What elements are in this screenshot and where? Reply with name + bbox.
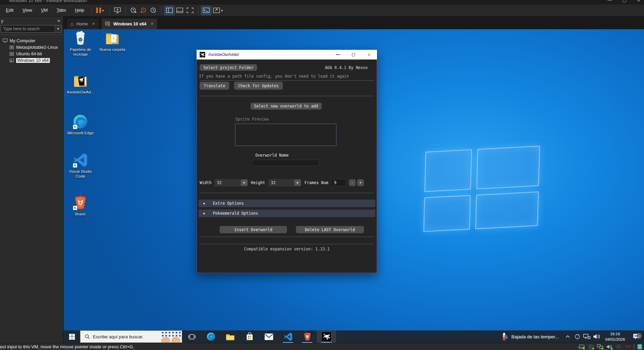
- tree-item-label[interactable]: Metasploitable2-Linux: [16, 45, 58, 50]
- send-ctrl-alt-del-button[interactable]: [112, 6, 123, 15]
- tab-home-close-icon[interactable]: ✕: [90, 22, 95, 26]
- edge-icon: [207, 332, 215, 341]
- search-braille-hands-image: [160, 331, 182, 342]
- delete-last-overworld-button[interactable]: Delete LAST Overworld: [296, 226, 364, 233]
- status-network-icon[interactable]: [597, 344, 603, 349]
- pause-vm-button[interactable]: ▾: [95, 6, 107, 15]
- tab-home[interactable]: ⌂ Home ✕: [67, 19, 99, 29]
- taskbar-search-box[interactable]: Escribe aquí para buscar.: [80, 330, 182, 343]
- taskbar-edge-button[interactable]: [201, 330, 221, 343]
- app-axolotl-icon: [200, 52, 205, 57]
- status-usb-icon[interactable]: [615, 344, 622, 349]
- revert-snapshot-button[interactable]: [138, 6, 148, 15]
- select-project-folder-button[interactable]: Select project Folder: [200, 64, 257, 71]
- taskbar-brave-button[interactable]: [298, 330, 317, 343]
- axolote-folder-icon: [73, 74, 88, 88]
- taskbar-mail-button[interactable]: [259, 330, 278, 343]
- library-search-dropdown-icon[interactable]: ▼: [55, 25, 61, 32]
- desktop-icon-recycle-bin[interactable]: ♻ Papelera de reciclaje: [65, 30, 96, 57]
- vmware-minimize-button[interactable]: —: [608, 0, 612, 3]
- start-button[interactable]: [64, 330, 80, 343]
- select-new-overworld-button[interactable]: Select new overworld to add: [251, 103, 322, 110]
- vmware-maximize-button[interactable]: ▢: [622, 0, 626, 3]
- tree-item-metasploitable[interactable]: Metasploitable2-Linux: [0, 44, 63, 50]
- desktop-icon-vscode[interactable]: Visual Studio Code: [65, 152, 96, 179]
- library-close-button[interactable]: ✕: [57, 19, 60, 23]
- pause-dropdown-icon[interactable]: ▾: [101, 9, 105, 12]
- fullscreen-button[interactable]: [185, 6, 195, 15]
- extra-options-expander[interactable]: ▶ Extra Options: [199, 200, 375, 207]
- app-maximize-button[interactable]: [345, 50, 361, 59]
- tray-volume-icon[interactable]: [592, 334, 601, 340]
- desktop-icon-edge[interactable]: Microsoft Edge: [65, 114, 96, 135]
- insert-overworld-button[interactable]: Insert Overworld: [220, 226, 287, 233]
- taskbar-explorer-button[interactable]: [221, 330, 240, 343]
- menu-edit[interactable]: Edit: [1, 4, 18, 16]
- check-updates-button[interactable]: Check for Updates: [234, 82, 283, 90]
- frames-decrement-button[interactable]: -: [349, 179, 356, 186]
- tab-windows10-close-icon[interactable]: ✕: [149, 22, 154, 26]
- toggle-thumbnail-bar-button[interactable]: [175, 6, 185, 15]
- height-combobox[interactable]: 32 ▼: [268, 179, 301, 187]
- menu-tabs[interactable]: Tabs: [52, 4, 70, 16]
- desktop-icon-brave[interactable]: Brave: [65, 195, 96, 216]
- width-dropdown-icon[interactable]: ▼: [241, 180, 247, 186]
- action-center-button[interactable]: 2: [629, 333, 644, 340]
- taskbar-weather-widget[interactable]: Bajada de las temper...: [497, 332, 563, 341]
- pause-icon: [96, 8, 101, 13]
- unity-mode-button[interactable]: ▾: [211, 6, 225, 15]
- fit-guest-icon[interactable]: [637, 344, 642, 349]
- tree-item-label-selected[interactable]: Windows 10 x64: [16, 58, 50, 63]
- tree-item-my-computer[interactable]: My Computer: [0, 37, 63, 44]
- vm-tabbar: ⌂ Home ✕ Windows 10 x64 ✕: [64, 16, 644, 29]
- taskbar-store-button[interactable]: [240, 330, 259, 343]
- take-snapshot-button[interactable]: [129, 6, 138, 15]
- status-signal-icon[interactable]: [625, 344, 631, 349]
- tray-network-icon[interactable]: [582, 334, 592, 340]
- app-minimize-button[interactable]: [330, 50, 345, 59]
- taskbar-clock[interactable]: 16:16 04/01/2026: [601, 331, 629, 342]
- app-titlebar[interactable]: AxoloteOwAdder ✕: [197, 50, 377, 59]
- status-harddisk-icon[interactable]: [578, 344, 585, 349]
- frames-num-input[interactable]: [331, 179, 346, 187]
- tree-item-label[interactable]: My Computer: [10, 38, 35, 43]
- manage-snapshots-button[interactable]: [148, 6, 158, 15]
- desktop-icon-axolote-folder[interactable]: AxoloteOwAd...: [65, 73, 96, 94]
- status-sound-icon[interactable]: [606, 344, 612, 349]
- menu-help[interactable]: Help: [70, 4, 89, 16]
- desktop-icon-new-folder[interactable]: Nueva carpeta: [97, 30, 127, 52]
- taskbar-axolote-button[interactable]: [317, 330, 336, 343]
- library-search-box[interactable]: ▼: [1, 25, 62, 33]
- tray-show-hidden-button[interactable]: [563, 335, 573, 338]
- height-dropdown-icon[interactable]: ▼: [294, 180, 301, 186]
- minimize-icon: [336, 54, 340, 55]
- toggle-library-panel-button[interactable]: [164, 6, 175, 15]
- frames-increment-button[interactable]: +: [357, 179, 364, 186]
- fullscreen-icon: [187, 8, 193, 13]
- vmware-close-button[interactable]: ✕: [637, 0, 641, 3]
- windows-wallpaper-logo: [420, 143, 546, 238]
- taskview-button[interactable]: [182, 330, 201, 343]
- status-cdrom-icon[interactable]: [588, 344, 594, 349]
- tree-item-windows10[interactable]: Windows 10 x64: [0, 57, 63, 64]
- console-view-button[interactable]: [201, 6, 211, 15]
- home-icon: ⌂: [70, 21, 74, 27]
- tree-item-ubuntu[interactable]: Ubuntu 64-bit: [0, 50, 63, 57]
- library-header-label: y: [1, 18, 3, 23]
- pokeemerald-options-expander[interactable]: ▶ Pokeemerald Options: [199, 210, 375, 217]
- unity-dropdown-icon[interactable]: ▾: [220, 9, 224, 12]
- width-combobox[interactable]: 32 ▼: [214, 179, 248, 187]
- tree-item-label[interactable]: Ubuntu 64-bit: [16, 52, 42, 56]
- taskbar-vscode-button[interactable]: [278, 330, 298, 343]
- app-close-button[interactable]: ✕: [361, 50, 377, 59]
- brave-icon: [303, 332, 311, 341]
- overworld-name-input[interactable]: [252, 160, 319, 166]
- tray-vmware-tools-icon[interactable]: [573, 334, 582, 340]
- tab-windows10[interactable]: Windows 10 x64 ✕: [102, 19, 157, 29]
- vm-desktop[interactable]: ♻ Papelera de reciclaje Nueva carpeta: [64, 29, 644, 343]
- menu-vm[interactable]: VM: [36, 4, 52, 16]
- library-search-input[interactable]: [1, 25, 55, 32]
- vmware-window-title: Windows 10 x64 - VMware Workstation: [9, 0, 87, 3]
- translate-button[interactable]: Translate: [200, 82, 229, 90]
- menu-view[interactable]: View: [18, 4, 36, 16]
